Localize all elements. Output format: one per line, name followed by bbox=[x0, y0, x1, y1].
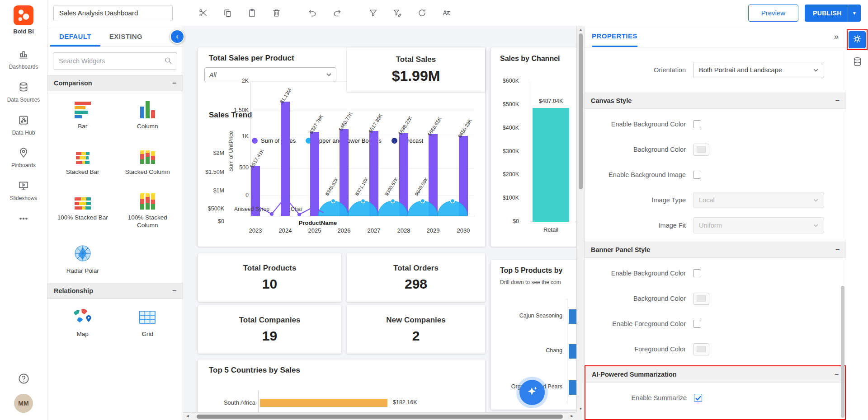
widget-sales-by-channel[interactable]: Sales by Channel $600K$500K$400K$300K$20… bbox=[491, 47, 584, 247]
enable-summarize-checkbox[interactable] bbox=[694, 394, 702, 402]
sales-bar[interactable] bbox=[459, 136, 468, 216]
widget-item-column[interactable]: Column bbox=[115, 98, 180, 131]
orientation-select[interactable]: Both Portrait and Landscape bbox=[693, 62, 824, 78]
undo-button[interactable] bbox=[305, 5, 320, 21]
widget-panel-tabs: DEFAULTEXISTING bbox=[47, 26, 183, 47]
preview-button[interactable]: Preview bbox=[748, 5, 798, 22]
image-type-select[interactable]: Local bbox=[693, 192, 824, 208]
data-panel-icon[interactable] bbox=[852, 56, 863, 69]
avatar[interactable]: MM bbox=[14, 394, 33, 413]
widget-total-products[interactable]: Total Products 10 bbox=[198, 253, 341, 302]
vertical-scroll-thumb[interactable] bbox=[579, 33, 583, 189]
channel-bar[interactable] bbox=[533, 108, 569, 222]
palette-section-relationship[interactable]: Relationship− bbox=[47, 283, 183, 299]
help-icon[interactable] bbox=[18, 373, 30, 387]
background-color-swatch[interactable] bbox=[693, 144, 709, 156]
scroll-right-icon[interactable]: ► bbox=[568, 414, 576, 418]
properties-scroll-thumb[interactable] bbox=[841, 286, 844, 418]
canvas-vertical-scrollbar[interactable]: ▲ ▼ bbox=[576, 26, 584, 412]
horizontal-scroll-thumb[interactable] bbox=[197, 415, 563, 419]
widget-top-countries[interactable]: Top 5 Countries by Sales South Africa$18… bbox=[198, 359, 485, 418]
filter-button[interactable] bbox=[365, 5, 381, 21]
copy-button[interactable] bbox=[220, 5, 235, 21]
property-label: Enable Background Color bbox=[585, 270, 693, 277]
tab-existing[interactable]: EXISTING bbox=[100, 26, 151, 47]
sales-bar[interactable] bbox=[399, 133, 408, 216]
y-axis-tick: $500K bbox=[495, 101, 519, 107]
section-header-ai-powered-summarization[interactable]: AI-Powered Summarization− bbox=[585, 366, 845, 383]
sales-bar[interactable] bbox=[310, 132, 319, 216]
rail-item-dashboards[interactable]: Dashboards bbox=[0, 48, 47, 70]
foreground-color-swatch[interactable] bbox=[693, 343, 709, 355]
dashboard-canvas[interactable]: Total Sales per Product All Sales Trend … bbox=[183, 26, 584, 420]
sales-bar[interactable] bbox=[281, 102, 290, 216]
sales-bar[interactable] bbox=[429, 134, 438, 216]
redo-button[interactable] bbox=[329, 5, 344, 21]
enable-background-image-checkbox[interactable] bbox=[693, 171, 701, 179]
section-header-banner-panel-style[interactable]: Banner Panel Style− bbox=[585, 242, 846, 258]
widget-item-bar[interactable]: Bar bbox=[50, 98, 115, 131]
rail-item-pinboards[interactable]: Pinboards bbox=[0, 147, 47, 169]
widget-total-sales[interactable]: Total Sales $1.99M bbox=[347, 47, 485, 92]
widget-item-100-stacked-bar[interactable]: 100% Stacked Bar bbox=[50, 189, 115, 229]
widget-item-stacked-bar[interactable]: Stacked Bar bbox=[50, 143, 115, 176]
widget-item-grid[interactable]: Grid bbox=[115, 305, 180, 338]
property-label: Enable Summarize bbox=[585, 394, 694, 401]
collapse-properties-icon[interactable]: » bbox=[834, 32, 839, 42]
cut-button[interactable] bbox=[195, 5, 211, 21]
rail-item-data-hub[interactable]: Data Hub bbox=[0, 114, 47, 136]
section-header-canvas-style[interactable]: Canvas Style− bbox=[585, 93, 846, 109]
collapse-section-icon[interactable]: − bbox=[835, 370, 839, 378]
widget-item-map[interactable]: Map bbox=[50, 305, 115, 338]
widget-item-radar-polar[interactable]: Radar Polar bbox=[50, 242, 115, 275]
chevron-down-icon bbox=[813, 69, 818, 72]
search-input[interactable] bbox=[53, 52, 177, 70]
widget-item-100-stacked-column[interactable]: 100% Stacked Column bbox=[115, 189, 180, 229]
sales-bar[interactable] bbox=[369, 131, 378, 216]
widget-new-companies[interactable]: New Companies 2 bbox=[347, 305, 485, 354]
widget-total-orders[interactable]: Total Orders 298 bbox=[347, 253, 485, 302]
scroll-left-icon[interactable]: ◄ bbox=[184, 414, 191, 418]
image-fit-select[interactable]: Uniform bbox=[693, 217, 824, 233]
collapse-section-icon[interactable]: − bbox=[835, 246, 840, 254]
translate-button[interactable] bbox=[439, 5, 454, 21]
widget-item-stacked-column[interactable]: Stacked Column bbox=[115, 143, 180, 176]
x-axis-tick: 2030 bbox=[449, 227, 478, 234]
boldbi-logo-icon[interactable] bbox=[14, 5, 33, 25]
property-label: Image Type bbox=[585, 196, 693, 204]
publish-dropdown-caret-icon[interactable]: ▾ bbox=[848, 5, 861, 22]
x-axis-line bbox=[250, 216, 475, 216]
rail-item-slideshows[interactable]: Slideshows bbox=[0, 180, 47, 202]
x-axis-tick: 2027 bbox=[359, 227, 388, 234]
canvas-horizontal-scrollbar[interactable]: ◄ ► bbox=[183, 412, 576, 420]
scroll-down-icon[interactable]: ▼ bbox=[577, 407, 584, 411]
ai-assistant-button[interactable] bbox=[519, 380, 545, 405]
widget-total-companies[interactable]: Total Companies 19 bbox=[198, 305, 341, 354]
publish-button[interactable]: PUBLISH ▾ bbox=[805, 5, 861, 22]
collapse-section-icon[interactable]: − bbox=[172, 79, 176, 87]
brand-label: Bold BI bbox=[13, 28, 34, 35]
dashboard-title-input[interactable] bbox=[53, 5, 173, 21]
tab-default[interactable]: DEFAULT bbox=[50, 26, 100, 47]
country-bar[interactable] bbox=[260, 399, 387, 407]
tab-properties[interactable]: PROPERTIES bbox=[592, 26, 637, 47]
orientation-row: Orientation Both Portrait and Landscape bbox=[585, 57, 846, 83]
delete-button[interactable] bbox=[269, 5, 284, 21]
paste-button[interactable] bbox=[244, 5, 259, 21]
enable-background-color-checkbox[interactable] bbox=[693, 269, 701, 277]
refresh-button[interactable] bbox=[414, 5, 429, 21]
palette-section-comparison[interactable]: Comparison− bbox=[47, 75, 183, 91]
sales-bar[interactable] bbox=[340, 129, 349, 216]
enable-foreground-color-checkbox[interactable] bbox=[693, 320, 701, 328]
collapse-section-icon[interactable]: − bbox=[835, 97, 840, 105]
rail-item-data-sources[interactable]: Data Sources bbox=[0, 81, 47, 103]
enable-background-color-checkbox[interactable] bbox=[693, 120, 701, 128]
rail-item-label: Data Sources bbox=[7, 97, 40, 103]
scroll-up-icon[interactable]: ▲ bbox=[577, 28, 584, 32]
collapse-section-icon[interactable]: − bbox=[172, 287, 176, 295]
panel-collapse-button[interactable]: ‹ bbox=[170, 29, 184, 44]
dashboard-settings-button[interactable] bbox=[849, 31, 866, 48]
background-color-swatch[interactable] bbox=[693, 293, 709, 305]
manage-filters-button[interactable] bbox=[390, 5, 405, 21]
rail-item-more[interactable] bbox=[0, 213, 47, 226]
